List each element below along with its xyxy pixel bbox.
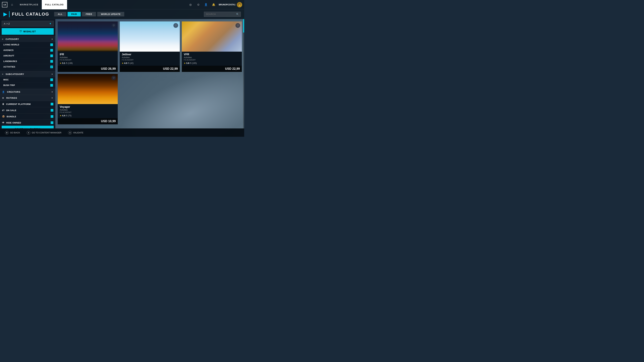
a-key-icon: A bbox=[68, 131, 72, 135]
filter-buttons: ALL PAID FREE WORLD UPDATE bbox=[54, 12, 124, 16]
current-platform-checkbox[interactable] bbox=[51, 103, 53, 105]
aircraft-checkbox[interactable] bbox=[50, 54, 53, 57]
app-logo: LB bbox=[2, 2, 8, 7]
sort-label: A -> Z bbox=[4, 22, 10, 25]
hide-owned-label: HIDE OWNED bbox=[6, 121, 21, 124]
card-rating-jetliner: ★ 4.0 /5 (42) bbox=[122, 62, 134, 64]
activities-checkbox[interactable] bbox=[50, 65, 53, 68]
product-category-voyager: Activities bbox=[60, 109, 116, 111]
rating-count-vfr: (165) bbox=[192, 62, 197, 64]
avionics-checkbox[interactable] bbox=[50, 49, 53, 52]
card-rating-ifr: ★ 3.1 /5 (138) bbox=[60, 62, 72, 64]
profile-icon[interactable]: 👤 bbox=[203, 2, 209, 7]
subcategory-header[interactable]: ≡ SUBCATEGORY ▼ bbox=[0, 71, 55, 77]
creators-icon: 👤 bbox=[2, 91, 5, 93]
nav-icons: ◎ ⊙ 👤 🔔 BRUNOPCOSTA1 🧑 bbox=[188, 2, 242, 7]
subcategory-icon: ≡ bbox=[2, 73, 4, 75]
on-sale-checkbox[interactable] bbox=[51, 109, 53, 112]
filter-item-bush-trip[interactable]: BUSH TRIP bbox=[0, 83, 55, 88]
filter-item-landmarks[interactable]: LANDMARKS bbox=[0, 59, 55, 64]
misc-checkbox[interactable] bbox=[50, 78, 53, 81]
card-footer-jetliner: ★ 4.0 /5 (42) bbox=[120, 61, 180, 66]
rating-max-vfr: /5 bbox=[190, 62, 192, 64]
wishlist-heart-jetliner[interactable]: ♡ bbox=[174, 23, 178, 28]
hide-owned-filter[interactable]: 👁 HIDE OWNED bbox=[0, 119, 55, 126]
sidebar: A -> Z ▼ ♡ WISHLIST ≡ CATEGORY ▼ LIVING … bbox=[0, 19, 55, 128]
product-card-vfr[interactable]: ♡ VFR Activities FS ACADEMY ★ 3.8 /5 (16… bbox=[182, 21, 242, 72]
product-card-voyager[interactable]: ♡ Voyager Activities FS ACADEMY ★ 4.4 /5… bbox=[58, 74, 118, 124]
user-profile[interactable]: BRUNOPCOSTA1 🧑 bbox=[219, 2, 242, 7]
wishlist-heart-vfr[interactable]: ♡ bbox=[236, 23, 240, 28]
rating-max-voyager: /5 bbox=[66, 114, 68, 117]
target-icon[interactable]: ◎ bbox=[188, 2, 193, 7]
go-back-action[interactable]: B GO BACK bbox=[5, 131, 20, 135]
filter-world-update-button[interactable]: WORLD UPDATE bbox=[97, 12, 124, 16]
card-info-voyager: Voyager Activities FS ACADEMY bbox=[58, 104, 118, 113]
search-icon: 🔍 bbox=[236, 13, 239, 15]
filter-paid-button[interactable]: PAID bbox=[68, 12, 81, 16]
notification-icon[interactable]: 🔔 bbox=[211, 2, 216, 7]
category-chevron-icon: ▼ bbox=[51, 38, 53, 40]
wishlist-label: WISHLIST bbox=[23, 30, 36, 33]
avionics-label: AVIONICS bbox=[3, 49, 14, 51]
filter-item-aircraft[interactable]: AIRCRAFT bbox=[0, 53, 55, 59]
search-input[interactable] bbox=[206, 13, 236, 15]
filter-all-button[interactable]: ALL bbox=[54, 12, 66, 16]
heart-icon: ♡ bbox=[20, 30, 22, 33]
ratings-chevron-icon: ▼ bbox=[51, 97, 53, 99]
wishlist-heart-voyager[interactable]: ♡ bbox=[111, 76, 116, 80]
community-icon[interactable]: ⊙ bbox=[196, 2, 201, 7]
on-sale-filter[interactable]: 🏷 ON SALE bbox=[0, 107, 55, 113]
filter-item-misc[interactable]: MISC bbox=[0, 77, 55, 83]
star-icon-ifr: ★ bbox=[60, 62, 62, 64]
product-creator-vfr: FS ACADEMY bbox=[184, 59, 240, 61]
card-info-jetliner: Jetliner Activities FS ACADEMY bbox=[120, 52, 180, 61]
rating-value-jetliner: 4.0 bbox=[124, 62, 127, 64]
hide-owned-checkbox[interactable] bbox=[51, 121, 53, 124]
bush-trip-checkbox[interactable] bbox=[50, 84, 53, 87]
card-image-voyager: ♡ bbox=[58, 74, 118, 104]
scrollbar-thumb[interactable] bbox=[243, 19, 244, 32]
validate-action[interactable]: A VALIDATE bbox=[68, 131, 83, 135]
content-manager-action[interactable]: X GO TO CONTENT MANAGER bbox=[27, 131, 62, 135]
main-content-wrapper: ♡ IFR Activities FS ACADEMY ★ 3.1 /5 (13… bbox=[55, 19, 244, 128]
filter-item-activities[interactable]: ACTIVITIES bbox=[0, 64, 55, 70]
filter-item-living-world[interactable]: LIVING WORLD bbox=[0, 42, 55, 48]
current-platform-filter[interactable]: 🖥 CURRENT PLATFORM bbox=[0, 101, 55, 107]
wishlist-button[interactable]: ♡ WISHLIST bbox=[2, 28, 54, 35]
bundle-filter[interactable]: 📦 BUNDLE bbox=[0, 113, 55, 119]
price-bar-jetliner: USD 22,99 bbox=[120, 66, 180, 72]
creators-header[interactable]: 👤 CREATORS ▼ bbox=[0, 89, 55, 95]
living-world-checkbox[interactable] bbox=[50, 43, 53, 46]
product-card-ifr[interactable]: ♡ IFR Activities FS ACADEMY ★ 3.1 /5 (13… bbox=[58, 21, 118, 72]
product-card-jetliner[interactable]: ♡ Jetliner Activities FS ACADEMY ★ 4.0 /… bbox=[120, 21, 180, 72]
card-rating-voyager: ★ 4.4 /5 (75) bbox=[60, 114, 72, 117]
search-box[interactable]: 🔍 bbox=[204, 12, 241, 17]
filter-item-avionics[interactable]: AVIONICS bbox=[0, 48, 55, 53]
activities-label: ACTIVITIES bbox=[3, 66, 15, 68]
scrollbar[interactable] bbox=[243, 19, 244, 128]
card-rating-vfr: ★ 3.8 /5 (165) bbox=[184, 62, 197, 64]
go-back-label: GO BACK bbox=[10, 131, 20, 134]
card-footer-voyager: ★ 4.4 /5 (75) bbox=[58, 113, 118, 118]
hide-icon: 👁 bbox=[2, 121, 4, 124]
category-header[interactable]: ≡ CATEGORY ▼ bbox=[0, 36, 55, 42]
bush-trip-label: BUSH TRIP bbox=[3, 84, 15, 86]
sort-dropdown[interactable]: A -> Z ▼ bbox=[2, 21, 54, 26]
full-catalog-tab[interactable]: FULL CATALOG bbox=[42, 0, 67, 9]
category-section: ≡ CATEGORY ▼ LIVING WORLD AVIONICS AIRCR… bbox=[0, 36, 55, 70]
filter-free-button[interactable]: FREE bbox=[82, 12, 96, 16]
landmarks-label: LANDMARKS bbox=[3, 60, 17, 62]
home-button[interactable]: ⌂ bbox=[9, 2, 15, 8]
reset-all-filters-button[interactable]: RESET ALL FILTERS bbox=[2, 126, 54, 128]
ratings-header[interactable]: ★ RATINGS ▼ bbox=[0, 95, 55, 101]
rating-count-ifr: (138) bbox=[68, 62, 72, 64]
subcategory-label: SUBCATEGORY bbox=[6, 73, 24, 75]
bundle-checkbox[interactable] bbox=[51, 115, 53, 118]
landmarks-checkbox[interactable] bbox=[50, 60, 53, 63]
marketplace-tab[interactable]: MARKETPLACE bbox=[16, 0, 42, 9]
wishlist-heart-ifr[interactable]: ♡ bbox=[111, 23, 116, 28]
bottom-bar: B GO BACK X GO TO CONTENT MANAGER A VALI… bbox=[0, 128, 244, 137]
star-icon-jetliner: ★ bbox=[122, 62, 124, 64]
content-area: A -> Z ▼ ♡ WISHLIST ≡ CATEGORY ▼ LIVING … bbox=[0, 19, 244, 128]
